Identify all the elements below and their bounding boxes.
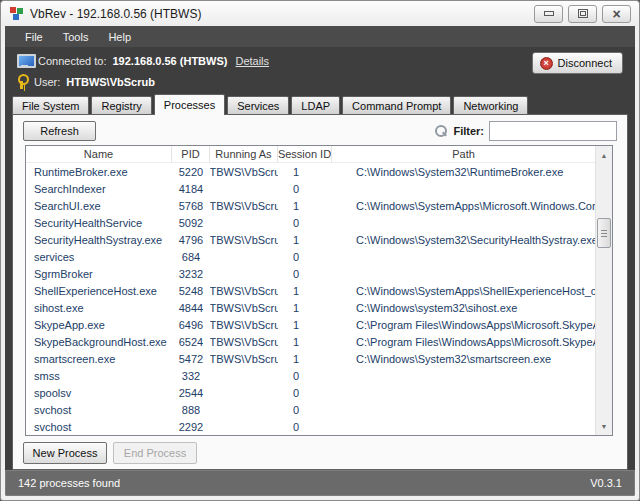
cell-path <box>332 214 595 231</box>
cell-name: smartscreen.exe <box>26 350 172 367</box>
cell-name: SecurityHealthService <box>26 214 172 231</box>
disconnect-button[interactable]: × Disconnect <box>532 52 623 74</box>
table-row[interactable]: sihost.exe4844HTBWS\VbScrub1C:\Windows\s… <box>26 299 595 316</box>
table-row[interactable]: SkypeBackgroundHost.exe6524HTBWS\VbScrub… <box>26 333 595 350</box>
processes-tab-page: Refresh Filter: NamePIDRunning AsSession… <box>12 114 628 470</box>
app-icon <box>9 6 24 21</box>
details-link[interactable]: Details <box>235 55 269 67</box>
cell-running-as: HTBWS\VbScrub <box>210 316 278 333</box>
table-row[interactable]: svchost8880 <box>26 401 595 418</box>
cell-name: svchost <box>26 401 172 418</box>
cell-running-as <box>210 248 278 265</box>
tab-strip: File SystemRegistryProcessesServicesLDAP… <box>12 94 628 115</box>
cell-session-id: 1 <box>278 231 332 248</box>
cell-pid: 4844 <box>172 299 210 316</box>
cell-session-id: 0 <box>278 384 332 401</box>
table-row[interactable]: RuntimeBroker.exe5220HTBWS\VbScrub1C:\Wi… <box>26 163 595 180</box>
column-header-path[interactable]: Path <box>332 146 595 162</box>
search-icon <box>435 125 448 138</box>
cell-running-as: HTBWS\VbScrub <box>210 282 278 299</box>
table-row[interactable]: smss3320 <box>26 367 595 384</box>
window-title: VbRev - 192.168.0.56 (HTBWS) <box>30 7 534 21</box>
cell-running-as: HTBWS\VbScrub <box>210 299 278 316</box>
connected-to-label: Connected to: <box>38 55 107 67</box>
tab-processes[interactable]: Processes <box>154 94 225 115</box>
table-row[interactable]: smartscreen.exe5472HTBWS\VbScrub1C:\Wind… <box>26 350 595 367</box>
table-row[interactable]: SgrmBroker32320 <box>26 265 595 282</box>
scroll-down-icon[interactable]: ▼ <box>596 418 612 434</box>
cell-session-id: 1 <box>278 197 332 214</box>
filter-input[interactable] <box>489 121 617 141</box>
refresh-button[interactable]: Refresh <box>23 121 96 141</box>
monitor-icon <box>17 54 32 67</box>
cell-running-as <box>210 180 278 197</box>
cell-session-id: 1 <box>278 299 332 316</box>
cell-session-id: 1 <box>278 282 332 299</box>
cell-path <box>332 248 595 265</box>
menu-item-help[interactable]: Help <box>100 29 139 45</box>
maximize-button[interactable] <box>568 5 597 23</box>
cell-name: smss <box>26 367 172 384</box>
cell-pid: 684 <box>172 248 210 265</box>
cell-name: spoolsv <box>26 384 172 401</box>
cell-name: ShellExperienceHost.exe <box>26 282 172 299</box>
tab-command-prompt[interactable]: Command Prompt <box>342 96 451 115</box>
cell-session-id: 0 <box>278 248 332 265</box>
cell-name: SkypeApp.exe <box>26 316 172 333</box>
filter-label: Filter: <box>453 125 484 137</box>
table-row[interactable]: svchost22920 <box>26 418 595 435</box>
table-row[interactable]: SecurityHealthService50920 <box>26 214 595 231</box>
cell-session-id: 0 <box>278 214 332 231</box>
connected-host: 192.168.0.56 (HTBWS) <box>113 55 228 67</box>
tab-file-system[interactable]: File System <box>12 96 89 115</box>
cell-running-as <box>210 384 278 401</box>
cell-name: RuntimeBroker.exe <box>26 163 172 180</box>
cell-pid: 2292 <box>172 418 210 435</box>
table-row[interactable]: spoolsv25440 <box>26 384 595 401</box>
cell-pid: 5220 <box>172 163 210 180</box>
table-row[interactable]: SecurityHealthSystray.exe4796HTBWS\VbScr… <box>26 231 595 248</box>
scrollbar-thumb[interactable] <box>597 218 611 248</box>
tab-networking[interactable]: Networking <box>453 96 528 115</box>
cell-path: C:\Windows\System32\smartscreen.exe <box>332 350 595 367</box>
table-row[interactable]: SkypeApp.exe6496HTBWS\VbScrub1C:\Program… <box>26 316 595 333</box>
status-processes-found: 142 processes found <box>18 477 120 489</box>
column-header-name[interactable]: Name <box>26 146 172 162</box>
client-area: FileToolsHelp Connected to: 192.168.0.56… <box>5 26 635 496</box>
cell-pid: 6524 <box>172 333 210 350</box>
cell-pid: 6496 <box>172 316 210 333</box>
cell-path: C:\Windows\System32\SecurityHealthSystra… <box>332 231 595 248</box>
cell-session-id: 1 <box>278 350 332 367</box>
cell-pid: 332 <box>172 367 210 384</box>
cell-path <box>332 384 595 401</box>
cell-running-as: HTBWS\VbScrub <box>210 197 278 214</box>
disconnect-x-icon: × <box>540 57 553 70</box>
vertical-scrollbar[interactable]: ▲ ▼ <box>595 146 612 435</box>
cell-path <box>332 367 595 384</box>
new-process-button[interactable]: New Process <box>23 442 107 464</box>
tab-services[interactable]: Services <box>227 96 289 115</box>
cell-running-as <box>210 265 278 282</box>
tab-ldap[interactable]: LDAP <box>291 96 340 115</box>
column-header-session-id[interactable]: Session ID <box>278 146 332 162</box>
column-header-pid[interactable]: PID <box>172 146 210 162</box>
scroll-up-icon[interactable]: ▲ <box>596 147 612 163</box>
cell-running-as: HTBWS\VbScrub <box>210 231 278 248</box>
table-row[interactable]: SearchUI.exe5768HTBWS\VbScrub1C:\Windows… <box>26 197 595 214</box>
cell-pid: 5092 <box>172 214 210 231</box>
table-row[interactable]: ShellExperienceHost.exe5248HTBWS\VbScrub… <box>26 282 595 299</box>
column-header-running-as[interactable]: Running As <box>210 146 278 162</box>
menu-item-file[interactable]: File <box>17 29 51 45</box>
minimize-button[interactable] <box>534 5 563 23</box>
close-icon: × <box>612 7 620 21</box>
cell-path: C:\Windows\System32\RuntimeBroker.exe <box>332 163 595 180</box>
close-button[interactable]: × <box>602 5 631 23</box>
disconnect-label: Disconnect <box>558 57 612 69</box>
cell-session-id: 1 <box>278 163 332 180</box>
cell-path: C:\Program Files\WindowsApps\Microsoft.S… <box>332 333 595 350</box>
menu-item-tools[interactable]: Tools <box>55 29 97 45</box>
tab-registry[interactable]: Registry <box>91 96 151 115</box>
table-row[interactable]: SearchIndexer41840 <box>26 180 595 197</box>
table-row[interactable]: services6840 <box>26 248 595 265</box>
cell-name: sihost.exe <box>26 299 172 316</box>
